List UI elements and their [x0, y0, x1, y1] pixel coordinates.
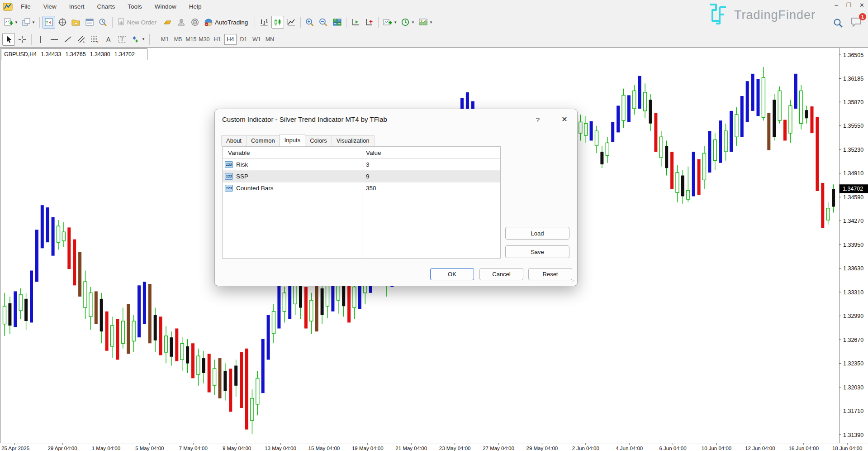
options-button[interactable]	[189, 16, 201, 29]
timeframe-m15[interactable]: M15	[185, 34, 197, 45]
tab-visualization[interactable]: Visualization	[332, 135, 375, 146]
autotrading-button[interactable]: AutoTrading	[202, 16, 252, 29]
indicators-icon	[383, 18, 393, 27]
timeframe-m30[interactable]: M30	[198, 34, 210, 45]
menu-item-tools[interactable]: Tools	[121, 1, 148, 12]
minimize-button[interactable]: –	[835, 2, 838, 9]
dialog-close-button[interactable]: ✕	[558, 114, 571, 125]
tile-windows-button[interactable]	[331, 16, 343, 29]
menu-item-insert[interactable]: Insert	[63, 1, 91, 12]
svg-text:1.36505: 1.36505	[843, 52, 863, 58]
tab-colors[interactable]: Colors	[305, 135, 332, 146]
timeframe-m1[interactable]: M1	[159, 34, 171, 45]
templates-button[interactable]: ▼	[417, 16, 434, 29]
community-button[interactable]	[175, 16, 188, 29]
candlestick-mode-button[interactable]	[271, 16, 284, 29]
profiles-button[interactable]: ▼	[20, 16, 37, 29]
text-icon: A	[104, 35, 113, 44]
tab-common[interactable]: Common	[246, 135, 280, 146]
column-header-value: Value	[362, 149, 381, 156]
market-watch-button[interactable]	[43, 16, 55, 29]
text-label-icon: T	[117, 35, 127, 44]
tab-inputs[interactable]: Inputs	[280, 134, 305, 147]
svg-text:6 Jun 04:00: 6 Jun 04:00	[659, 446, 687, 451]
timeframe-w1[interactable]: W1	[251, 34, 263, 45]
value-cell[interactable]: 9	[362, 173, 370, 180]
new-chart-button[interactable]: ▼	[2, 16, 19, 29]
timeframe-m5[interactable]: M5	[172, 34, 184, 45]
close-button[interactable]: ✕	[859, 2, 864, 9]
svg-text:1.35870: 1.35870	[843, 99, 863, 106]
menu-item-file[interactable]: File	[14, 1, 37, 12]
inputs-table[interactable]: VariableValue123Risk3123SSP9123Counted B…	[222, 146, 501, 259]
value-cell[interactable]: 350	[362, 185, 376, 192]
zoom-out-icon	[318, 18, 328, 27]
load-button[interactable]: Load	[505, 227, 569, 240]
trendline-tool-button[interactable]	[62, 33, 74, 46]
zoom-out-button[interactable]	[317, 16, 330, 29]
dialog-help-button[interactable]: ?	[532, 115, 543, 125]
metaeditor-button[interactable]	[161, 16, 174, 29]
horizontal-line-tool-button[interactable]	[48, 33, 61, 46]
table-row-counted-bars[interactable]: 123Counted Bars350	[223, 182, 500, 194]
auto-scroll-button[interactable]	[349, 16, 362, 29]
timeframe-mn[interactable]: MN	[264, 34, 276, 45]
text-label-tool-button[interactable]: T	[116, 33, 128, 46]
menu-item-window[interactable]: Window	[148, 1, 183, 12]
indicators-button[interactable]: ▼	[381, 16, 398, 29]
strategy-tester-button[interactable]	[97, 16, 109, 29]
svg-text:19 May 04:00: 19 May 04:00	[352, 446, 384, 451]
navigator-button[interactable]	[70, 16, 82, 29]
menu-item-charts[interactable]: Charts	[91, 1, 122, 12]
save-button[interactable]: Save	[505, 245, 569, 258]
restore-button[interactable]: ❐	[846, 2, 851, 9]
value-cell[interactable]: 3	[362, 161, 370, 168]
text-tool-button[interactable]: A	[102, 33, 115, 46]
auto-scroll-icon	[351, 18, 360, 27]
timeframe-h4[interactable]: H4	[224, 34, 237, 45]
ohlc-info-box: GBPUSD,H4 1.34433 1.34765 1.34380 1.3470…	[1, 48, 147, 60]
toolbar-separator	[300, 17, 301, 28]
search-icon[interactable]	[833, 18, 844, 29]
svg-text:4 Jun 04:00: 4 Jun 04:00	[616, 446, 643, 451]
timeframe-h1[interactable]: H1	[211, 34, 223, 45]
tab-about[interactable]: About	[221, 135, 247, 146]
new-order-button[interactable]: New Order	[115, 16, 161, 29]
svg-text:1.33950: 1.33950	[843, 242, 863, 248]
svg-text:1.34590: 1.34590	[843, 194, 863, 201]
reset-button[interactable]: Reset	[528, 268, 572, 280]
open-value: 1.34433	[41, 51, 61, 58]
cursor-tool-button[interactable]	[2, 33, 15, 46]
mt4-window: 1.365051.361851.358701.355501.352301.349…	[0, 0, 868, 451]
chart-shift-button[interactable]	[363, 16, 375, 29]
ok-button[interactable]: OK	[430, 268, 474, 280]
menu-item-help[interactable]: Help	[183, 1, 208, 12]
crosshair-navigator-button[interactable]	[56, 16, 69, 29]
menu-item-view[interactable]: View	[37, 1, 63, 12]
table-row-risk[interactable]: 123Risk3	[223, 159, 500, 171]
svg-text:13 May 04:00: 13 May 04:00	[265, 446, 296, 451]
terminal-button[interactable]	[83, 16, 96, 29]
timeframe-d1[interactable]: D1	[237, 34, 250, 45]
vertical-line-tool-button[interactable]	[34, 33, 47, 46]
menu-items: FileViewInsertChartsToolsWindowHelp	[14, 1, 208, 12]
periods-button[interactable]: ▼	[399, 16, 416, 29]
horizontal-line-icon	[50, 35, 59, 44]
quick-icons: 1	[833, 16, 863, 30]
tradingfinder-logo-icon	[706, 3, 730, 27]
toolbar-separator	[39, 17, 40, 28]
zoom-in-icon	[305, 18, 315, 27]
table-row-ssp[interactable]: 123SSP9	[223, 171, 500, 182]
cancel-button[interactable]: Cancel	[479, 268, 523, 280]
bar-chart-mode-button[interactable]	[258, 16, 270, 29]
svg-text:1.35550: 1.35550	[843, 123, 863, 129]
crosshair-tool-button[interactable]	[16, 33, 28, 46]
new-chart-icon	[4, 18, 14, 27]
equidistant-channel-tool-button[interactable]: E	[75, 33, 88, 46]
zoom-in-button[interactable]	[304, 16, 316, 29]
arrows-tool-button[interactable]: ▼	[129, 33, 147, 46]
resize-grip[interactable]: ⋰	[570, 279, 575, 284]
fibonacci-tool-button[interactable]: F	[89, 33, 101, 46]
chat-button[interactable]: 1	[850, 16, 863, 30]
line-chart-mode-button[interactable]	[285, 16, 298, 29]
